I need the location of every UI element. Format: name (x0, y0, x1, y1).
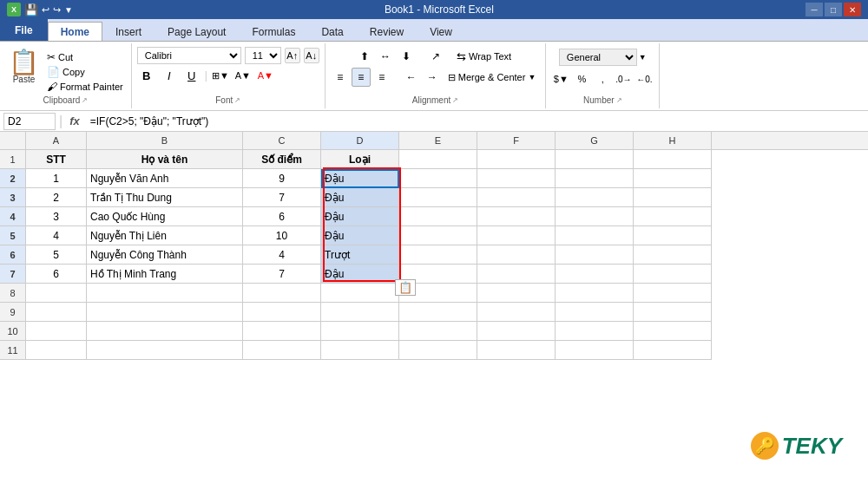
list-item[interactable]: 9 (243, 169, 321, 188)
list-item[interactable] (556, 284, 634, 303)
list-item[interactable] (321, 284, 399, 303)
list-item[interactable] (634, 284, 712, 303)
col-header-c[interactable]: C (243, 132, 321, 149)
align-middle-button[interactable]: ↔ (376, 47, 395, 66)
list-item[interactable] (399, 245, 477, 265)
decrease-font-button[interactable]: A↓ (304, 48, 319, 63)
tab-review[interactable]: Review (357, 22, 417, 41)
list-item[interactable] (477, 188, 556, 207)
list-item[interactable] (556, 150, 634, 169)
borders-button[interactable]: ⊞▼ (211, 66, 230, 85)
tab-data[interactable]: Data (308, 22, 356, 41)
list-item[interactable] (634, 245, 712, 265)
list-item[interactable] (556, 169, 634, 188)
align-top-button[interactable]: ⬆ (355, 47, 374, 66)
copy-button[interactable]: 📄 Copy (44, 65, 126, 79)
list-item[interactable] (634, 169, 712, 188)
formula-input[interactable] (87, 114, 865, 129)
list-item[interactable] (243, 322, 321, 341)
increase-indent-button[interactable]: → (423, 68, 442, 87)
list-item[interactable] (556, 245, 634, 265)
align-center-button[interactable]: ≡ (352, 68, 371, 87)
list-item[interactable] (399, 207, 477, 226)
list-item[interactable] (477, 207, 556, 226)
list-item[interactable]: Đậu (321, 226, 399, 245)
currency-button[interactable]: $▼ (551, 69, 570, 88)
list-item[interactable] (399, 303, 477, 322)
list-item[interactable] (26, 284, 87, 303)
list-item[interactable] (477, 341, 556, 360)
list-item[interactable] (477, 284, 556, 303)
tab-formulas[interactable]: Formulas (239, 22, 308, 41)
increase-font-button[interactable]: A↑ (285, 48, 300, 63)
list-item[interactable] (87, 303, 243, 322)
list-item[interactable]: 7 (243, 188, 321, 207)
col-header-f[interactable]: F (477, 132, 556, 149)
function-wizard-button[interactable]: fx (66, 114, 83, 127)
list-item[interactable] (87, 341, 243, 360)
list-item[interactable] (556, 265, 634, 284)
list-item[interactable]: Đậu (321, 169, 399, 188)
list-item[interactable] (26, 303, 87, 322)
list-item[interactable]: Đậu (321, 207, 399, 226)
list-item[interactable] (321, 322, 399, 341)
list-item[interactable] (477, 265, 556, 284)
list-item[interactable] (321, 341, 399, 360)
cut-button[interactable]: ✂ Cut (44, 50, 126, 64)
list-item[interactable] (399, 169, 477, 188)
tab-home[interactable]: Home (48, 22, 102, 41)
list-item[interactable] (399, 341, 477, 360)
list-item[interactable]: Trượt (321, 245, 399, 265)
list-item[interactable]: 4 (26, 226, 87, 245)
fill-color-button[interactable]: A▼ (233, 66, 253, 85)
decrease-decimal-button[interactable]: .0→ (614, 69, 633, 88)
format-painter-button[interactable]: 🖌 Format Painter (44, 80, 126, 94)
list-item[interactable]: 2 (26, 188, 87, 207)
list-item[interactable] (477, 303, 556, 322)
col-header-g[interactable]: G (556, 132, 634, 149)
increase-decimal-button[interactable]: ←0. (635, 69, 654, 88)
list-item[interactable] (477, 245, 556, 265)
underline-button[interactable]: U (182, 66, 201, 85)
list-item[interactable] (477, 169, 556, 188)
col-header-h[interactable]: H (634, 132, 712, 149)
list-item[interactable] (556, 322, 634, 341)
list-item[interactable] (556, 226, 634, 245)
undo-icon[interactable]: ↩ (42, 4, 49, 16)
list-item[interactable] (477, 226, 556, 245)
clipboard-expand-icon[interactable]: ↗ (82, 96, 88, 104)
list-item[interactable] (87, 284, 243, 303)
list-item[interactable]: Cao Quốc Hùng (87, 207, 243, 226)
orientation-button[interactable]: ↗ (426, 47, 445, 66)
list-item[interactable]: Họ và tên (87, 150, 243, 169)
maximize-button[interactable]: □ (825, 3, 842, 16)
tab-file[interactable]: File (0, 18, 48, 41)
alignment-expand-icon[interactable]: ↗ (452, 96, 458, 104)
list-item[interactable] (634, 265, 712, 284)
list-item[interactable] (634, 303, 712, 322)
font-name-select[interactable]: Calibri (137, 47, 241, 64)
list-item[interactable] (634, 207, 712, 226)
list-item[interactable] (243, 284, 321, 303)
list-item[interactable] (556, 341, 634, 360)
number-format-expand[interactable]: ▼ (639, 53, 647, 62)
customize-icon[interactable]: ▼ (64, 5, 73, 15)
bold-button[interactable]: B (137, 66, 156, 85)
list-item[interactable]: 6 (26, 265, 87, 284)
list-item[interactable] (634, 322, 712, 341)
redo-icon[interactable]: ↪ (53, 4, 61, 16)
font-color-button[interactable]: A▼ (256, 66, 275, 85)
align-right-button[interactable]: ≡ (372, 68, 391, 87)
list-item[interactable]: 5 (26, 245, 87, 265)
tab-page-layout[interactable]: Page Layout (155, 22, 239, 41)
list-item[interactable] (634, 341, 712, 360)
list-item[interactable]: 4 (243, 245, 321, 265)
col-header-d[interactable]: D (321, 132, 399, 149)
list-item[interactable]: 1 (26, 169, 87, 188)
paste-button[interactable]: 📋 Paste (5, 49, 43, 86)
list-item[interactable] (556, 303, 634, 322)
quick-save-icon[interactable]: 💾 (24, 3, 38, 16)
list-item[interactable] (634, 226, 712, 245)
list-item[interactable] (26, 341, 87, 360)
list-item[interactable]: Hồ Thị Minh Trang (87, 265, 243, 284)
